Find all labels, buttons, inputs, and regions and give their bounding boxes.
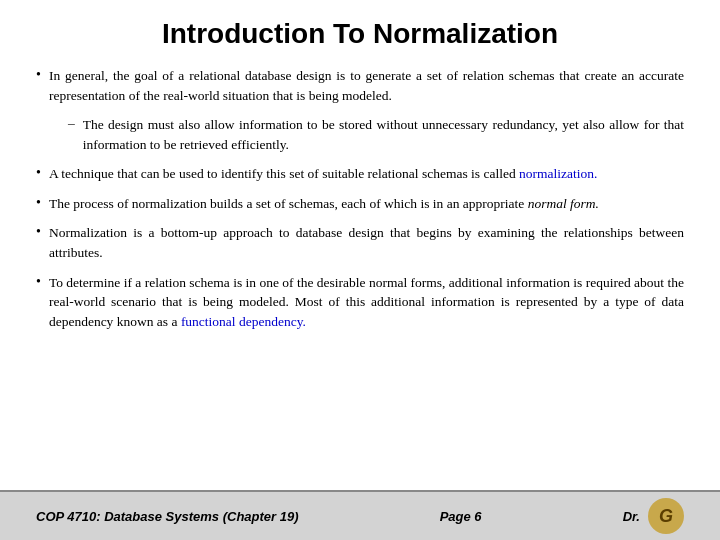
university-logo: G [648,498,684,534]
sub-item-1: – The design must also allow information… [68,115,684,154]
bullet-item-2: • A technique that can be used to identi… [36,164,684,184]
logo-symbol: G [659,506,673,527]
footer-left: COP 4710: Database Systems (Chapter 19) [36,509,299,524]
bullet-text-3: The process of normalization builds a se… [49,194,599,214]
bullet-item-5: • To determine if a relation schema is i… [36,273,684,332]
bullet-text-4: Normalization is a bottom-up approach to… [49,223,684,262]
bullet-dot-2: • [36,165,41,181]
functional-dependency-highlight: functional dependency. [181,314,306,329]
bullet-dot-3: • [36,195,41,211]
bullet-item-4: • Normalization is a bottom-up approach … [36,223,684,262]
footer-right: Dr. G [623,498,684,534]
sub-dash-1: – [68,115,75,131]
footer: COP 4710: Database Systems (Chapter 19) … [0,490,720,540]
normal-form-italic: normal form. [528,196,599,211]
slide-title: Introduction To Normalization [36,18,684,50]
footer-dr-label: Dr. [623,509,640,524]
bullet-text-5: To determine if a relation schema is in … [49,273,684,332]
normalization-highlight: normalization. [519,166,597,181]
bullet-dot-1: • [36,67,41,83]
bullet-dot-5: • [36,274,41,290]
bullet-dot-4: • [36,224,41,240]
bullet-text-2: A technique that can be used to identify… [49,164,597,184]
sub-text-1: The design must also allow information t… [83,115,684,154]
content-area: • In general, the goal of a relational d… [36,66,684,490]
slide-container: Introduction To Normalization • In gener… [0,0,720,490]
bullet-text-1: In general, the goal of a relational dat… [49,66,684,105]
bullet-item-1: • In general, the goal of a relational d… [36,66,684,105]
footer-center: Page 6 [440,509,482,524]
bullet-item-3: • The process of normalization builds a … [36,194,684,214]
